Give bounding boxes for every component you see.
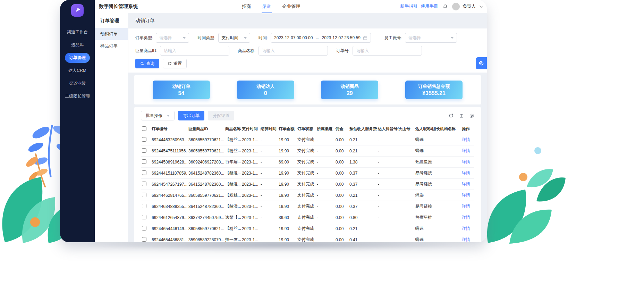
cell-channel: - <box>316 201 334 212</box>
export-orders-button[interactable]: 导出订单 <box>178 111 204 120</box>
detail-link[interactable]: 详情 <box>462 204 470 209</box>
notification-bell-icon[interactable] <box>443 4 448 9</box>
detail-link[interactable]: 详情 <box>462 193 470 198</box>
cell-product-id: 36374274450759... <box>187 212 224 223</box>
cell-settle-time: - <box>260 234 278 243</box>
row-checkbox[interactable] <box>142 148 146 153</box>
sidebar-item-talent-crm[interactable]: 达人CRM <box>60 64 95 77</box>
col-order-id: 订单编号 <box>151 124 187 134</box>
row-checkbox[interactable] <box>142 193 146 197</box>
cell-commission: 0.00 <box>334 157 348 168</box>
tab-investment[interactable]: 招商 <box>237 0 257 13</box>
row-checkbox[interactable] <box>142 159 146 164</box>
order-type-select[interactable]: 请选择 <box>156 33 189 43</box>
cell-est-income: 0.37 <box>348 179 377 190</box>
date-range-separator: → <box>315 35 319 40</box>
cell-settle-time: - <box>260 223 278 234</box>
detail-link[interactable]: 详情 <box>462 170 470 175</box>
page-settings-button[interactable] <box>476 57 487 69</box>
cell-nickname: 易号链接 <box>414 179 461 190</box>
assign-channel-button[interactable]: 分配渠道 <box>208 111 234 120</box>
user-name[interactable]: 负责人 <box>463 3 476 9</box>
reset-button[interactable]: 重置 <box>163 59 187 68</box>
detail-link[interactable]: 详情 <box>462 182 470 186</box>
cell-nickname: 蝉选 <box>414 223 461 234</box>
cell-amount: 39.60 <box>278 212 296 223</box>
main-column: 数字团长管理系统 招商 渠道 企业管理 新手指引 使用手册 负责人 <box>95 0 487 242</box>
user-avatar[interactable] <box>452 3 460 10</box>
cell-commission: 0.00 <box>334 145 348 157</box>
row-checkbox[interactable] <box>142 137 146 142</box>
detail-link[interactable]: 详情 <box>462 237 470 242</box>
logo-icon <box>74 7 81 14</box>
sidebar-item-product-library[interactable]: 选品库 <box>60 39 95 51</box>
cell-nickname: 热度星推 <box>414 212 461 223</box>
row-checkbox[interactable] <box>142 226 146 230</box>
cell-action: 详情 <box>461 168 474 179</box>
cell-pay-time: 2023-1... <box>241 157 260 168</box>
tab-enterprise[interactable]: 企业管理 <box>277 0 306 13</box>
detail-link[interactable]: 详情 <box>462 226 470 231</box>
cell-douyin-id: - <box>377 179 414 190</box>
sidebar-item-order-management[interactable]: 订单管理 <box>60 51 95 64</box>
submenu-item-sales-orders[interactable]: 动销订单 <box>95 28 128 40</box>
row-checkbox[interactable] <box>142 204 146 208</box>
product-name-input[interactable] <box>259 46 328 56</box>
search-button-label: 查询 <box>146 61 154 67</box>
column-settings-gear-icon[interactable] <box>469 113 474 118</box>
submenu-item-sample-orders[interactable]: 样品订单 <box>95 40 128 52</box>
cell-product-name: 百年扁... <box>224 157 241 168</box>
table-refresh-icon[interactable] <box>449 113 454 118</box>
time-type-select[interactable]: 支付时间 <box>218 33 250 43</box>
row-checkbox[interactable] <box>142 182 146 186</box>
sidebar-item-channel-performance[interactable]: 渠道业绩 <box>60 77 95 90</box>
cell-status: 支付完成 <box>296 157 316 168</box>
cell-est-income: 0.41 <box>348 234 377 243</box>
cell-amount: 19.90 <box>278 168 296 179</box>
product-id-field: 巨量商品ID: <box>135 46 229 56</box>
cell-nickname: 热度星推 <box>414 157 461 168</box>
cell-status: 支付完成 <box>296 234 316 243</box>
cell-product-name: 【粉丝... <box>224 134 241 145</box>
staff-account-select[interactable]: 请选择 <box>405 33 457 43</box>
cell-action: 详情 <box>461 190 474 201</box>
detail-link[interactable]: 详情 <box>462 159 470 164</box>
cell-settle-time: - <box>260 179 278 190</box>
cell-checkbox <box>141 212 151 223</box>
sidebar-item-channel-workbench[interactable]: 渠道工作台 <box>60 26 95 39</box>
product-id-input[interactable] <box>160 46 229 56</box>
app-title: 数字团长管理系统 <box>99 3 138 10</box>
cell-amount: 19.90 <box>278 145 296 157</box>
stat-value: 0 <box>264 90 267 97</box>
detail-link[interactable]: 详情 <box>462 137 470 142</box>
table-row: 69244654446149... 36058559770621... 【粉丝.… <box>141 223 474 234</box>
cell-settle-time: - <box>260 212 278 223</box>
cell-douyin-id: - <box>377 168 414 179</box>
cell-status: 支付完成 <box>296 179 316 190</box>
user-manual-link[interactable]: 使用手册 <box>421 3 438 9</box>
cell-channel: - <box>316 179 334 190</box>
batch-actions-label: 批量操作 <box>146 113 162 119</box>
detail-link[interactable]: 详情 <box>462 215 470 220</box>
order-no-input[interactable] <box>353 46 422 56</box>
row-checkbox[interactable] <box>142 215 146 219</box>
row-checkbox[interactable] <box>142 237 146 242</box>
sidebar-item-secondary-leader[interactable]: 二级团长管理 <box>60 90 95 103</box>
cell-status: 支付完成 <box>296 145 316 157</box>
batch-actions-button[interactable]: 批量操作 <box>141 111 175 120</box>
select-all-checkbox[interactable] <box>142 126 146 131</box>
stat-value: 54 <box>178 90 185 97</box>
cell-status: 支付完成 <box>296 134 316 145</box>
beginner-guide-link[interactable]: 新手指引 <box>400 3 418 9</box>
detail-link[interactable]: 详情 <box>462 148 470 153</box>
cell-pay-time: 2023-1... <box>241 134 260 145</box>
cell-product-name: 【粉丝... <box>224 145 241 157</box>
search-button[interactable]: 查询 <box>135 59 159 68</box>
row-height-icon[interactable] <box>459 114 464 118</box>
date-range-picker[interactable]: 2023-12-07 00:00:00 → 2023-12-07 23:59:5… <box>271 33 371 43</box>
cell-status: 支付完成 <box>296 168 316 179</box>
row-checkbox[interactable] <box>142 170 146 175</box>
cell-nickname: 蝉选 <box>414 190 461 201</box>
product-name-label: 商品名称: <box>238 48 255 54</box>
tab-channel[interactable]: 渠道 <box>257 0 277 13</box>
